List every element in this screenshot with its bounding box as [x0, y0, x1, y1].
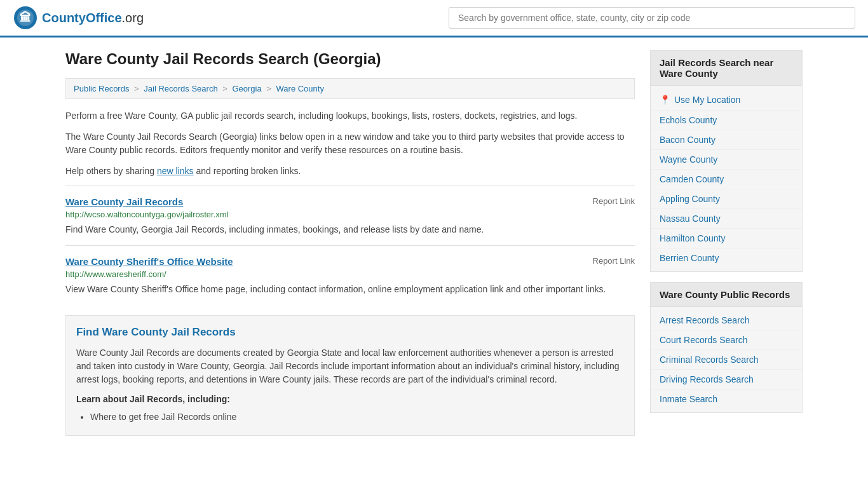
record-card-jail-records: Ware County Jail Records Report Link htt…	[65, 186, 635, 245]
use-my-location[interactable]: 📍 Use My Location	[651, 90, 802, 111]
record-desc-2: View Ware County Sheriff's Office home p…	[65, 283, 635, 296]
page-title: Ware County Jail Records Search (Georgia…	[65, 50, 635, 68]
record-title-2[interactable]: Ware County Sheriff's Office Website	[65, 256, 233, 267]
sidebar-link-camden[interactable]: Camden County	[651, 170, 802, 189]
logo-text: CountyOffice.org	[42, 11, 144, 25]
record-url-1[interactable]: http://wcso.waltoncountyga.gov/jailroste…	[65, 210, 635, 219]
sidebar-link-inmate-search[interactable]: Inmate Search	[651, 390, 802, 409]
sidebar-public-records-links: Arrest Records Search Court Records Sear…	[651, 307, 802, 412]
learn-list: Where to get free Jail Records online	[90, 409, 624, 425]
breadcrumb-ware-county[interactable]: Ware County	[276, 84, 324, 93]
record-title-1[interactable]: Ware County Jail Records	[65, 196, 183, 207]
sidebar-link-criminal-records[interactable]: Criminal Records Search	[651, 350, 802, 370]
main-content: Ware County Jail Records Search (Georgia…	[65, 50, 635, 436]
description-para3: Help others by sharing new links and rep…	[65, 165, 635, 178]
sidebar-public-records-section: Ware County Public Records Arrest Record…	[650, 282, 803, 413]
find-section-heading: Find Ware County Jail Records	[76, 326, 624, 339]
sidebar-public-records-title: Ware County Public Records	[651, 283, 802, 307]
learn-item-0: Where to get free Jail Records online	[90, 409, 624, 425]
description-para2: The Ware County Jail Records Search (Geo…	[65, 130, 635, 157]
sidebar-nearby-links: 📍 Use My Location Echols County Bacon Co…	[651, 86, 802, 271]
sidebar-nearby-section: Jail Records Search near Ware County 📍 U…	[650, 50, 803, 272]
sidebar-link-wayne[interactable]: Wayne County	[651, 150, 802, 170]
sidebar-link-court-records[interactable]: Court Records Search	[651, 330, 802, 350]
sidebar-link-echols[interactable]: Echols County	[651, 111, 802, 130]
record-url-2[interactable]: http://www.waresheriff.com/	[65, 269, 635, 279]
header: 🏛 CountyOffice.org	[0, 0, 868, 37]
sidebar-link-berrien[interactable]: Berrien County	[651, 248, 802, 268]
sidebar: Jail Records Search near Ware County 📍 U…	[650, 50, 803, 436]
location-icon: 📍	[660, 95, 670, 105]
new-links-link[interactable]: new links	[157, 166, 194, 176]
sidebar-link-appling[interactable]: Appling County	[651, 189, 802, 209]
report-link-2[interactable]: Report Link	[593, 256, 635, 266]
sidebar-link-nassau[interactable]: Nassau County	[651, 209, 802, 229]
search-input[interactable]	[449, 7, 855, 29]
description-para1: Perform a free Ware County, GA public ja…	[65, 109, 635, 123]
content-wrapper: Ware County Jail Records Search (Georgia…	[53, 37, 815, 449]
sidebar-link-driving-records[interactable]: Driving Records Search	[651, 370, 802, 390]
report-link-1[interactable]: Report Link	[593, 196, 635, 206]
breadcrumb: Public Records > Jail Records Search > G…	[65, 78, 635, 99]
find-section: Find Ware County Jail Records Ware Count…	[65, 315, 635, 436]
sidebar-link-bacon[interactable]: Bacon County	[651, 130, 802, 150]
find-section-paragraph: Ware County Jail Records are documents c…	[76, 346, 624, 386]
breadcrumb-jail-records-search[interactable]: Jail Records Search	[144, 84, 217, 93]
sidebar-link-arrest-records[interactable]: Arrest Records Search	[651, 311, 802, 330]
logo-area[interactable]: 🏛 CountyOffice.org	[13, 5, 144, 30]
learn-heading: Learn about Jail Records, including:	[76, 394, 624, 404]
sidebar-link-hamilton[interactable]: Hamilton County	[651, 229, 802, 248]
breadcrumb-georgia[interactable]: Georgia	[232, 84, 261, 93]
record-desc-1: Find Ware County, Georgia Jail Records, …	[65, 223, 635, 236]
logo-icon: 🏛	[13, 5, 38, 30]
record-card-sheriffs-office: Ware County Sheriff's Office Website Rep…	[65, 245, 635, 305]
use-my-location-label: Use My Location	[674, 95, 740, 105]
svg-text:🏛: 🏛	[20, 11, 31, 24]
breadcrumb-public-records[interactable]: Public Records	[74, 84, 129, 93]
sidebar-nearby-title: Jail Records Search near Ware County	[651, 51, 802, 86]
